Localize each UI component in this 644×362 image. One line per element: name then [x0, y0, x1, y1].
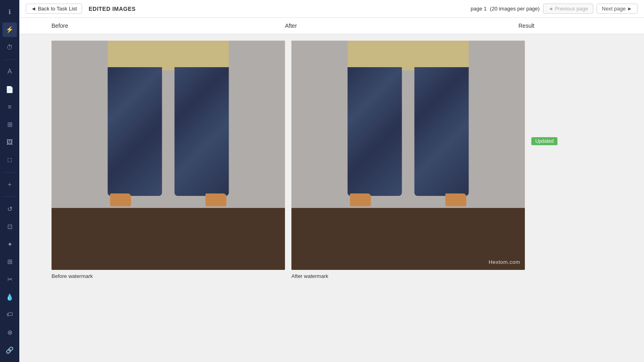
sidebar-icon-link[interactable]: 🔗	[2, 343, 17, 357]
result-column: Updated	[525, 41, 612, 145]
updated-badge: Updated	[531, 137, 557, 145]
person-silhouette-after	[332, 41, 484, 208]
shoe-left	[110, 193, 131, 206]
shoe-right	[205, 193, 226, 206]
sidebar-icon-box[interactable]: □	[2, 153, 17, 167]
sidebar-icon-list[interactable]: ≡	[2, 100, 17, 114]
jeans-left-leg-after	[347, 67, 402, 196]
sidebar-icon-star[interactable]: ✦	[2, 237, 17, 251]
content-area: Before After Result	[19, 18, 644, 362]
sidebar-icon-text[interactable]: A	[2, 65, 17, 79]
after-jeans-image: Hextom.com	[291, 41, 525, 270]
previous-page-button[interactable]: ◄ Previous page	[543, 4, 594, 14]
sidebar-icon-refresh[interactable]: ↺	[2, 202, 17, 216]
sidebar-icon-copy[interactable]: ⊞	[2, 117, 17, 132]
sidebar-divider-2	[4, 172, 16, 173]
before-image-block: Before watermark	[52, 41, 285, 279]
pagination-text: page 1	[471, 6, 487, 12]
shoe-right-after	[445, 193, 466, 206]
sidebar-icon-plus-circle[interactable]: ⊕	[2, 325, 17, 339]
back-chevron-icon: ◄	[31, 6, 36, 12]
after-caption: After watermark	[291, 273, 525, 279]
after-image-block: Hextom.com After watermark	[291, 41, 525, 279]
after-column-header: After	[285, 23, 518, 29]
sidebar-divider-3	[4, 196, 16, 197]
main-content: ◄ Back to Task List EDITED IMAGES page 1…	[19, 0, 644, 362]
result-column-header: Result	[518, 23, 612, 29]
sidebar-icon-scissors[interactable]: ✂	[2, 272, 17, 287]
before-jeans-image	[52, 41, 285, 270]
column-headers: Before After Result	[19, 18, 644, 34]
page-title: EDITED IMAGES	[89, 6, 136, 12]
watermark-text: Hextom.com	[489, 259, 520, 265]
before-image	[52, 41, 285, 270]
person-silhouette	[93, 41, 244, 208]
header-bar: ◄ Back to Task List EDITED IMAGES page 1…	[19, 0, 644, 18]
pagination-detail: (20 images per page)	[490, 6, 540, 12]
sidebar-icon-info[interactable]: ℹ	[2, 5, 17, 19]
sidebar-icon-tag[interactable]: 🏷	[2, 308, 17, 322]
before-caption: Before watermark	[52, 273, 285, 279]
jeans-left-leg	[107, 67, 162, 196]
sidebar-icon-drop[interactable]: 💧	[2, 290, 17, 304]
sidebar-icon-flash[interactable]: ⚡	[2, 23, 17, 37]
sidebar-icon-add[interactable]: +	[2, 177, 17, 192]
torso-after	[347, 41, 469, 70]
jeans-right-leg	[174, 67, 229, 196]
image-comparison-row: Before watermark	[19, 34, 644, 286]
jeans-right-leg-after	[414, 67, 469, 196]
torso	[107, 41, 229, 70]
before-column-header: Before	[52, 23, 285, 29]
pagination-info: page 1 (20 images per page) ◄ Previous p…	[471, 4, 638, 14]
sidebar-icon-document[interactable]: 📄	[2, 82, 17, 97]
after-image: Hextom.com	[291, 41, 525, 270]
sidebar-divider-1	[4, 60, 16, 60]
back-button-label: Back to Task List	[38, 6, 77, 12]
shoe-left-after	[350, 193, 371, 206]
sidebar-icon-image[interactable]: 🖼	[2, 135, 17, 150]
back-to-tasklist-button[interactable]: ◄ Back to Task List	[26, 4, 82, 14]
sidebar-icon-layout[interactable]: ⊞	[2, 255, 17, 269]
sidebar-icon-clock[interactable]: ⏱	[2, 40, 17, 55]
sidebar-icon-crop[interactable]: ⊡	[2, 219, 17, 234]
next-page-button[interactable]: Next page ►	[597, 4, 638, 14]
sidebar: ℹ ⚡ ⏱ A 📄 ≡ ⊞ 🖼 □ + ↺ ⊡ ✦ ⊞ ✂ 💧 🏷 ⊕ 🔗	[0, 0, 19, 362]
